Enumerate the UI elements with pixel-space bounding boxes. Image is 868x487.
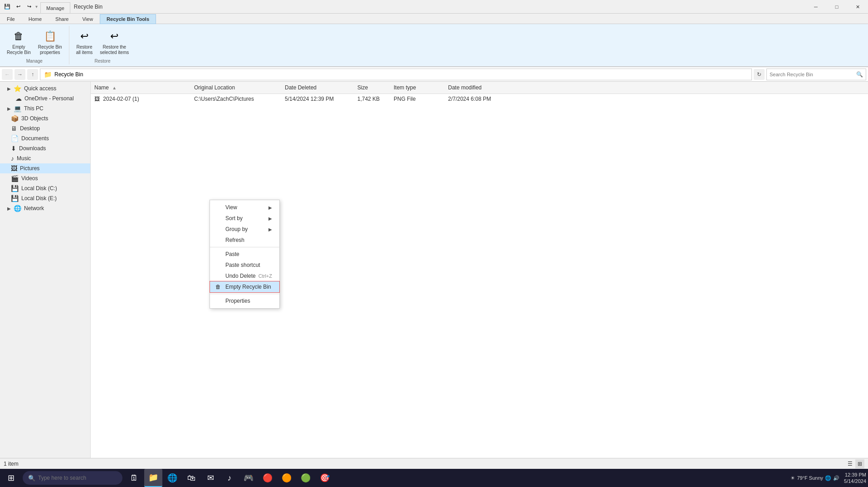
col-header-name[interactable]: Name ▲ — [91, 84, 190, 92]
ctx-item-sort-by[interactable]: Sort by ▶ — [210, 213, 279, 224]
close-button[interactable]: ✕ — [847, 0, 868, 14]
save-button[interactable]: 💾 — [3, 2, 12, 11]
tab-view[interactable]: View — [75, 14, 100, 24]
sort-arrow: ▲ — [112, 85, 117, 90]
sidebar-item-local-disk-c[interactable]: 💾 Local Disk (C:) — [0, 183, 90, 193]
sidebar-item-label: Quick access — [24, 85, 56, 92]
large-icon-view-button[interactable]: ⊞ — [855, 459, 864, 468]
sidebar-item-label: Music — [17, 155, 31, 162]
sidebar-item-label: Documents — [21, 135, 49, 142]
ctx-item-group-by[interactable]: Group by ▶ — [210, 224, 279, 235]
undo-button[interactable]: ↩ — [14, 2, 23, 11]
sidebar-item-local-disk-e[interactable]: 💾 Local Disk (E:) — [0, 193, 90, 203]
sidebar-item-music[interactable]: ♪ Music — [0, 153, 90, 163]
sidebar-item-this-pc[interactable]: ▶ 💻 This PC — [0, 103, 90, 113]
minimize-button[interactable]: ─ — [805, 0, 826, 14]
store-button[interactable]: 🛍 — [182, 469, 200, 487]
sidebar-item-label: Local Disk (E:) — [21, 195, 57, 202]
sidebar-item-label: Videos — [21, 175, 38, 182]
sidebar-item-label: Pictures — [20, 165, 39, 172]
restore-selected-icon: ↩ — [107, 29, 122, 44]
main-content: ▶ ⭐ Quick access ☁ OneDrive - Personal ▶… — [0, 82, 868, 475]
filelist-header: Name ▲ Original Location Date Deleted Si… — [91, 82, 868, 94]
trash-icon: 🗑 — [11, 29, 26, 44]
tab-home[interactable]: Home — [22, 14, 49, 24]
sidebar-item-desktop[interactable]: 🖥 Desktop — [0, 123, 90, 133]
taskbar-search-input[interactable] — [38, 475, 117, 481]
ctx-item-view[interactable]: View ▶ — [210, 202, 279, 213]
empty-recycle-bin-ribbon-btn[interactable]: 🗑 EmptyRecycle Bin — [4, 27, 34, 58]
app1-button[interactable]: 🎮 — [239, 469, 258, 487]
item-count: 1 item — [4, 461, 19, 467]
sidebar-item-downloads[interactable]: ⬇ Downloads — [0, 143, 90, 153]
titlebar: 💾 ↩ ↪ ▾ Manage Recycle Bin ─ □ ✕ — [0, 0, 868, 14]
col-header-date-modified[interactable]: Date modified — [444, 84, 517, 92]
videos-icon: 🎬 — [11, 175, 19, 182]
app2-button[interactable]: 🔴 — [258, 469, 277, 487]
search-icon[interactable]: 🔍 — [856, 71, 863, 78]
file-name-cell: 🖼 2024-02-07 (1) — [91, 95, 190, 103]
sidebar-item-network[interactable]: ▶ 🌐 Network — [0, 203, 90, 213]
details-view-button[interactable]: ☰ — [845, 459, 854, 468]
ctx-item-refresh[interactable]: Refresh — [210, 235, 279, 246]
col-header-original-location[interactable]: Original Location — [190, 84, 281, 92]
ctx-item-paste[interactable]: Paste — [210, 249, 279, 260]
col-header-size[interactable]: Size — [354, 84, 390, 92]
quick-access-bar: 💾 ↩ ↪ ▾ — [0, 2, 40, 11]
file-explorer-button[interactable]: 📁 — [144, 469, 162, 487]
search-input[interactable] — [770, 72, 856, 77]
sidebar-item-onedrive[interactable]: ☁ OneDrive - Personal — [0, 93, 90, 103]
ctx-item-paste-shortcut[interactable]: Paste shortcut — [210, 260, 279, 271]
sidebar-item-pictures[interactable]: 🖼 Pictures — [0, 163, 90, 173]
forward-button[interactable]: → — [15, 69, 25, 80]
up-button[interactable]: ↑ — [27, 69, 38, 80]
ribbon: File Home Share View Recycle Bin Tools 🗑… — [0, 14, 868, 67]
ctx-item-properties[interactable]: Properties — [210, 295, 279, 306]
sidebar-item-label: Desktop — [20, 125, 40, 132]
table-row[interactable]: 🖼 2024-02-07 (1) C:\Users\ZachC\Pictures… — [91, 94, 868, 104]
quick-access-icon: ⭐ — [14, 85, 21, 92]
tab-file[interactable]: File — [0, 14, 22, 24]
sidebar-item-documents[interactable]: 📄 Documents — [0, 133, 90, 143]
app3-button[interactable]: 🟠 — [278, 469, 296, 487]
search-box[interactable]: 🔍 — [766, 69, 866, 80]
tab-share[interactable]: Share — [49, 14, 75, 24]
col-header-item-type[interactable]: Item type — [390, 84, 444, 92]
expand-arrow-icon: ▶ — [7, 206, 11, 211]
local-disk-e-icon: 💾 — [11, 195, 19, 202]
sidebar-item-videos[interactable]: 🎬 Videos — [0, 173, 90, 183]
restore-all-icon: ↩ — [77, 29, 92, 44]
volume-icon[interactable]: 🔊 — [833, 475, 839, 481]
edge-button[interactable]: 🌐 — [163, 469, 181, 487]
ctx-item-empty-recycle-bin[interactable]: 🗑 Empty Recycle Bin — [210, 281, 279, 292]
restore-group-label: Restore — [94, 58, 110, 64]
sidebar-item-quick-access[interactable]: ▶ ⭐ Quick access — [0, 84, 90, 93]
tab-recycle-bin-tools[interactable]: Recycle Bin Tools — [100, 14, 156, 24]
col-header-date-deleted[interactable]: Date Deleted — [281, 84, 354, 92]
maximize-button[interactable]: □ — [826, 0, 847, 14]
recycle-bin-properties-btn[interactable]: 📋 Recycle Binproperties — [35, 27, 65, 58]
restore-all-items-btn[interactable]: ↩ Restoreall items — [73, 27, 96, 58]
mail-button[interactable]: ✉ — [201, 469, 219, 487]
spotify-button[interactable]: ♪ — [220, 469, 239, 487]
refresh-button[interactable]: ↻ — [754, 69, 765, 80]
back-button[interactable]: ← — [2, 69, 13, 80]
sidebar-item-3d-objects[interactable]: 📦 3D Objects — [0, 113, 90, 123]
expand-arrow-icon: ▶ — [7, 106, 11, 111]
task-view-button[interactable]: 🗓 — [125, 469, 143, 487]
empty-recycle-bin-icon: 🗑 — [215, 284, 224, 290]
start-button[interactable]: ⊞ — [2, 469, 20, 487]
title-tab-manage[interactable]: Manage — [40, 2, 70, 13]
qa-dropdown[interactable]: ▾ — [35, 4, 38, 9]
taskbar-clock[interactable]: 12:39 PM 5/14/2024 — [844, 472, 866, 485]
ctx-item-undo-delete[interactable]: Undo Delete Ctrl+Z — [210, 271, 279, 281]
network-systray-icon[interactable]: 🌐 — [825, 475, 831, 481]
address-box[interactable]: 📁 Recycle Bin — [40, 69, 752, 80]
redo-button[interactable]: ↪ — [24, 2, 34, 11]
restore-selected-items-btn[interactable]: ↩ Restore theselected items — [97, 27, 132, 58]
local-disk-c-icon: 💾 — [11, 185, 19, 192]
addressbar: ← → ↑ 📁 Recycle Bin ↻ 🔍 — [0, 67, 868, 82]
app4-button[interactable]: 🟢 — [297, 469, 315, 487]
app5-button[interactable]: 🎯 — [316, 469, 334, 487]
taskbar-search[interactable]: 🔍 — [23, 471, 122, 485]
